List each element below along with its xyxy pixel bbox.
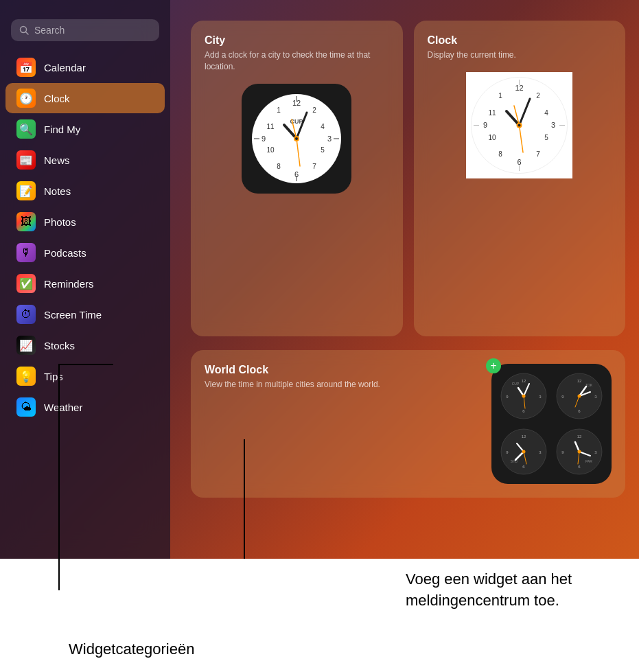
svg-point-88 xyxy=(578,450,581,454)
news-icon: 📰 xyxy=(16,150,36,170)
svg-text:4: 4 xyxy=(544,109,548,117)
svg-point-48 xyxy=(518,124,521,126)
world-clock-title: World Clock xyxy=(205,364,464,376)
svg-text:12: 12 xyxy=(292,99,301,107)
svg-text:11: 11 xyxy=(267,123,275,130)
sidebar: Search 📅 Calendar 🕐 Clock 🔍 Find My 📰 Ne… xyxy=(0,0,170,577)
svg-text:SYD: SYD xyxy=(511,459,518,463)
svg-point-58 xyxy=(522,394,525,397)
svg-text:1: 1 xyxy=(277,106,281,114)
clock-icon: 🕐 xyxy=(16,89,36,108)
svg-text:6: 6 xyxy=(518,158,522,166)
sidebar-item-weather[interactable]: 🌤 Weather xyxy=(5,392,165,422)
clock-widget-card[interactable]: Clock Display the current time. 12 3 6 xyxy=(414,21,626,336)
sidebar-annotation-line-vertical xyxy=(58,364,60,590)
svg-text:3: 3 xyxy=(551,121,555,129)
svg-text:8: 8 xyxy=(498,150,502,158)
svg-text:6: 6 xyxy=(294,170,299,178)
podcasts-icon: 🎙 xyxy=(16,243,36,262)
svg-text:8: 8 xyxy=(277,163,281,170)
sidebar-item-reminders[interactable]: ✅ Reminders xyxy=(5,268,165,299)
findmy-icon: 🔍 xyxy=(16,119,36,139)
tips-icon: 💡 xyxy=(16,367,36,386)
svg-text:12: 12 xyxy=(521,379,526,383)
search-bar[interactable]: Search xyxy=(11,19,159,41)
sidebar-item-findmy[interactable]: 🔍 Find My xyxy=(5,114,165,144)
svg-point-78 xyxy=(522,450,525,454)
sidebar-item-tips[interactable]: 💡 Tips xyxy=(5,361,165,391)
world-clock-desc: View the time in multiple cities around … xyxy=(205,379,464,391)
search-icon xyxy=(19,25,29,35)
svg-text:9: 9 xyxy=(483,121,487,129)
reminders-icon: ✅ xyxy=(16,274,36,293)
svg-text:12: 12 xyxy=(577,379,582,383)
clock-widget-title: Clock xyxy=(428,34,612,47)
notes-icon: 📝 xyxy=(16,181,36,200)
city-clock-face: 12 3 6 9 2 4 5 7 8 10 11 1 CUP xyxy=(242,84,351,194)
clock-face-white: 12 3 6 9 2 4 5 7 8 10 11 1 xyxy=(466,72,572,178)
sidebar-item-notes[interactable]: 📝 Notes xyxy=(5,176,165,206)
svg-text:10: 10 xyxy=(267,146,275,154)
svg-text:7: 7 xyxy=(312,163,316,170)
world-clock-annotation-line xyxy=(244,439,245,577)
mini-clock-par: 12 6 3 9 PAR xyxy=(553,426,607,479)
svg-text:12: 12 xyxy=(515,84,524,92)
svg-point-68 xyxy=(578,394,581,397)
calendar-icon: 📅 xyxy=(16,58,36,77)
sidebar-item-stocks[interactable]: 📈 Stocks xyxy=(5,330,165,360)
world-clock-text: World Clock View the time in multiple ci… xyxy=(205,364,464,402)
world-clock-preview: + 12 6 3 9 CUP xyxy=(491,364,612,484)
svg-text:CUP: CUP xyxy=(511,382,519,386)
mini-clock-cup: 12 6 3 9 CUP xyxy=(497,369,550,423)
svg-text:2: 2 xyxy=(536,92,540,100)
svg-text:PAR: PAR xyxy=(585,459,592,463)
svg-text:12: 12 xyxy=(577,435,582,439)
world-clock-card-inner: World Clock View the time in multiple ci… xyxy=(191,350,625,498)
svg-text:5: 5 xyxy=(321,146,325,154)
svg-text:5: 5 xyxy=(544,134,548,141)
svg-text:1: 1 xyxy=(498,92,502,100)
annotation-area: Voeg een widget aan het meldingencentrum… xyxy=(0,559,639,672)
screentime-icon: ⏱ xyxy=(16,305,36,324)
city-clock-svg: 12 3 6 9 2 4 5 7 8 10 11 1 CUP xyxy=(248,91,345,187)
stocks-icon: 📈 xyxy=(16,336,36,355)
world-clock-face: + 12 6 3 9 CUP xyxy=(491,364,612,484)
clock-svg-white: 12 3 6 9 2 4 5 7 8 10 11 1 xyxy=(469,76,569,175)
svg-line-1 xyxy=(26,32,29,35)
add-world-clock-button[interactable]: + xyxy=(486,358,501,373)
svg-text:7: 7 xyxy=(536,150,540,158)
annotation-main-text: Voeg een widget aan het meldingencentrum… xyxy=(406,569,625,612)
svg-text:2: 2 xyxy=(312,106,316,114)
sidebar-item-screentime[interactable]: ⏱ Screen Time xyxy=(5,299,165,329)
sidebar-item-news[interactable]: 📰 News xyxy=(5,145,165,175)
svg-text:9: 9 xyxy=(262,135,266,143)
search-label: Search xyxy=(34,25,151,36)
city-widget-preview: 12 3 6 9 2 4 5 7 8 10 11 1 CUP xyxy=(205,84,389,194)
city-widget-title: City xyxy=(205,34,389,47)
svg-text:11: 11 xyxy=(489,109,497,117)
mini-clock-tok: 12 6 3 9 TOK xyxy=(553,369,607,423)
photos-icon: 🖼 xyxy=(16,212,36,231)
city-widget-card[interactable]: City Add a clock for a city to check the… xyxy=(191,21,403,336)
city-widget-desc: Add a clock for a city to check the time… xyxy=(205,49,389,73)
weather-icon: 🌤 xyxy=(16,397,36,417)
clock-widget-desc: Display the current time. xyxy=(428,49,612,61)
sidebar-annotation-line-horizontal xyxy=(58,364,113,365)
svg-text:12: 12 xyxy=(521,435,526,439)
svg-point-25 xyxy=(295,137,298,140)
sidebar-item-calendar[interactable]: 📅 Calendar xyxy=(5,52,165,82)
world-clock-card[interactable]: World Clock View the time in multiple ci… xyxy=(191,350,625,570)
sidebar-item-photos[interactable]: 🖼 Photos xyxy=(5,207,165,237)
annotation-sidebar-label: Widgetcategorieën xyxy=(69,640,194,658)
clock-widget-preview: 12 3 6 9 2 4 5 7 8 10 11 1 xyxy=(428,72,612,178)
svg-text:10: 10 xyxy=(489,134,497,141)
sidebar-item-podcasts[interactable]: 🎙 Podcasts xyxy=(5,237,165,268)
svg-text:3: 3 xyxy=(327,135,332,143)
sidebar-item-clock[interactable]: 🕐 Clock xyxy=(5,83,165,113)
widget-grid-top: City Add a clock for a city to check the… xyxy=(191,21,625,336)
mini-clock-syd: 12 6 3 9 SYD xyxy=(497,426,550,479)
svg-text:4: 4 xyxy=(321,123,325,130)
